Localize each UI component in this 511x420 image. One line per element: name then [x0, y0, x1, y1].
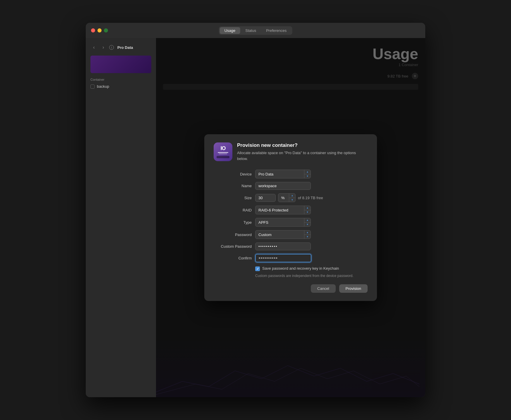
- password-select-arrows: ▲ ▼: [304, 230, 311, 239]
- sidebar-nav: ‹ › i Pro Data: [86, 42, 156, 53]
- password-label: Password: [214, 233, 252, 237]
- device-info-icon[interactable]: i: [109, 45, 114, 50]
- name-input[interactable]: [255, 182, 311, 190]
- password-select-up-arrow[interactable]: ▲: [304, 230, 311, 235]
- nav-forward-button[interactable]: ›: [100, 44, 107, 51]
- password-select-value: Custom: [256, 231, 304, 238]
- icon-base: [217, 156, 229, 158]
- custom-password-row: Custom Password: [214, 242, 368, 250]
- dialog-icon: IO: [214, 142, 232, 161]
- dialog-description: Allocate available space on "Pro Data" t…: [237, 150, 368, 161]
- device-select[interactable]: Pro Data ▲ ▼: [255, 170, 311, 178]
- type-label: Type: [214, 220, 252, 225]
- device-select-arrows: ▲ ▼: [304, 170, 311, 178]
- checkmark-icon: ✓: [256, 267, 259, 271]
- size-unit-select[interactable]: % ▲ ▼: [278, 193, 296, 202]
- cancel-button[interactable]: Cancel: [311, 284, 335, 293]
- raid-select-value: RAID-6 Protected: [256, 206, 304, 214]
- traffic-lights: [91, 28, 108, 32]
- sidebar-section-label: Container: [86, 75, 156, 82]
- type-select-value: APFS: [256, 219, 304, 226]
- hint-text: Custom passwords are independent from th…: [255, 273, 368, 278]
- name-label: Name: [214, 184, 252, 188]
- type-select[interactable]: APFS ▲ ▼: [255, 218, 311, 227]
- custom-password-label: Custom Password: [214, 244, 252, 249]
- size-control: % ▲ ▼ of 8.19 TB free: [255, 193, 368, 202]
- name-row: Name: [214, 182, 368, 190]
- title-tabs: Usage Status Preferences: [219, 26, 292, 35]
- keychain-checkbox[interactable]: ✓: [255, 266, 260, 271]
- password-control: Custom ▲ ▼: [255, 230, 368, 239]
- device-name-label: Pro Data: [117, 45, 133, 50]
- device-label: Device: [214, 172, 252, 176]
- type-row: Type APFS ▲ ▼: [214, 218, 368, 227]
- backup-checkbox[interactable]: [90, 85, 95, 89]
- confirm-control: [255, 254, 368, 262]
- type-control: APFS ▲ ▼: [255, 218, 368, 227]
- icon-io-text: IO: [220, 145, 225, 152]
- sidebar: ‹ › i Pro Data Container backup: [86, 38, 156, 397]
- dialog-title-block: Provision new container? Allocate availa…: [237, 142, 368, 161]
- maximize-button[interactable]: [104, 28, 108, 32]
- raid-row: RAID RAID-6 Protected ▲ ▼: [214, 206, 368, 214]
- type-select-up-arrow[interactable]: ▲: [304, 218, 311, 223]
- right-content: Usage 1 Container 9.82 TB free +: [156, 38, 425, 397]
- size-input[interactable]: [255, 194, 276, 202]
- custom-password-control: [255, 242, 368, 250]
- device-control: Pro Data ▲ ▼: [255, 170, 368, 178]
- dialog-buttons: Cancel Provision: [214, 284, 368, 293]
- icon-lines-wide: [218, 152, 228, 153]
- raid-select-up-arrow[interactable]: ▲: [304, 206, 311, 210]
- confirm-row: Confirm: [214, 254, 368, 262]
- keychain-checkbox-row: ✓ Save password and recovery key in Keyc…: [255, 266, 368, 271]
- size-label: Size: [214, 196, 252, 200]
- close-button[interactable]: [91, 28, 95, 32]
- keychain-checkbox-label: Save password and recovery key in Keycha…: [262, 266, 339, 271]
- raid-control: RAID-6 Protected ▲ ▼: [255, 206, 368, 214]
- sidebar-item-backup[interactable]: backup: [86, 82, 156, 90]
- icon-lines-narrow: [219, 154, 227, 154]
- device-select-up-arrow[interactable]: ▲: [304, 170, 311, 174]
- type-select-arrows: ▲ ▼: [304, 218, 311, 226]
- name-control: [255, 182, 368, 190]
- tab-usage[interactable]: Usage: [220, 27, 240, 34]
- size-unit-down-arrow[interactable]: ▼: [289, 198, 295, 202]
- device-visual-bar: [90, 56, 151, 73]
- raid-select-arrows: ▲ ▼: [304, 206, 311, 214]
- title-bar: Usage Status Preferences: [86, 23, 425, 38]
- device-row: Device Pro Data ▲ ▼: [214, 170, 368, 178]
- modal-overlay: IO Provision new container? Allocate ava…: [156, 38, 425, 397]
- dialog-title: Provision new container?: [237, 142, 368, 148]
- password-row: Password Custom ▲ ▼: [214, 230, 368, 239]
- size-unit-value: %: [278, 194, 289, 202]
- type-select-down-arrow[interactable]: ▼: [304, 223, 311, 227]
- size-row: Size % ▲ ▼: [214, 193, 368, 202]
- size-unit-up-arrow[interactable]: ▲: [289, 194, 295, 198]
- size-input-group: % ▲ ▼ of 8.19 TB free: [255, 193, 323, 202]
- custom-password-input[interactable]: [255, 242, 311, 250]
- tab-preferences[interactable]: Preferences: [261, 27, 291, 34]
- device-select-value: Pro Data: [256, 171, 304, 178]
- raid-select[interactable]: RAID-6 Protected ▲ ▼: [255, 206, 311, 214]
- sidebar-item-backup-label: backup: [97, 84, 109, 89]
- confirm-label: Confirm: [214, 256, 252, 260]
- app-window: Usage Status Preferences ‹ › i Pro Data …: [86, 23, 425, 397]
- device-select-down-arrow[interactable]: ▼: [304, 174, 311, 178]
- raid-select-down-arrow[interactable]: ▼: [304, 210, 311, 214]
- raid-label: RAID: [214, 208, 252, 212]
- password-select[interactable]: Custom ▲ ▼: [255, 230, 311, 239]
- main-content: ‹ › i Pro Data Container backup Usage 1 …: [86, 38, 425, 397]
- size-free-label: of 8.19 TB free: [298, 196, 323, 200]
- confirm-input[interactable]: [255, 254, 311, 262]
- tab-status[interactable]: Status: [241, 27, 261, 34]
- minimize-button[interactable]: [97, 28, 102, 32]
- password-select-down-arrow[interactable]: ▼: [304, 235, 311, 239]
- size-unit-arrows: ▲ ▼: [289, 194, 295, 202]
- dialog: IO Provision new container? Allocate ava…: [204, 134, 377, 301]
- nav-back-button[interactable]: ‹: [90, 44, 97, 51]
- provision-button[interactable]: Provision: [339, 284, 368, 293]
- dialog-header: IO Provision new container? Allocate ava…: [214, 142, 368, 161]
- dialog-icon-inner: IO: [217, 145, 229, 158]
